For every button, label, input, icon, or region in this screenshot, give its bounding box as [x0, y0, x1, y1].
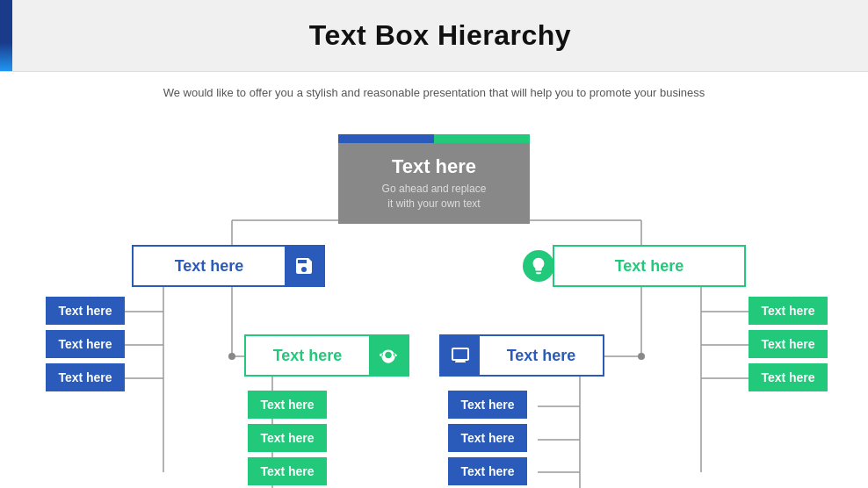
center-left-leaf-1: Text here — [248, 391, 327, 419]
center-left-leaf-2: Text here — [248, 424, 327, 452]
l2-center-right-label: Text here — [480, 347, 603, 365]
svg-point-27 — [638, 353, 645, 360]
l2-center-left-icon-box — [369, 336, 408, 375]
root-subtitle: Go ahead and replaceit with your own tex… — [347, 182, 521, 212]
left-leaf-2: Text here — [46, 330, 125, 358]
root-title: Text here — [347, 155, 521, 178]
left-leaf-3: Text here — [46, 363, 125, 391]
svg-point-26 — [228, 353, 235, 360]
glasses-icon — [377, 344, 400, 367]
l1-left-label: Text here — [134, 257, 285, 276]
l2-center-right-icon-box — [441, 336, 480, 375]
root-body: Text here Go ahead and replaceit with yo… — [338, 143, 530, 224]
root-top-bar — [338, 134, 530, 143]
root-top-green — [434, 134, 530, 143]
center-right-leaf-2: Text here — [448, 424, 527, 452]
l2-center-left-label: Text here — [246, 347, 369, 365]
page-header: Text Box Hierarchy — [0, 0, 868, 72]
l1-right-node-wrapper: Text here — [523, 245, 746, 287]
page-subtitle: We would like to offer you a stylish and… — [0, 72, 868, 108]
l1-right-node: Text here — [553, 245, 746, 287]
l1-right-icon-circle — [523, 250, 554, 282]
l2-center-right-node: Text here — [439, 334, 604, 377]
left-leaf-1: Text here — [46, 297, 125, 325]
l1-right-label: Text here — [554, 257, 744, 276]
l1-left-icon-box — [285, 247, 323, 285]
l1-left-node: Text here — [132, 245, 325, 287]
root-top-blue — [338, 134, 434, 143]
floppy-disk-icon — [293, 255, 315, 276]
right-leaf-3: Text here — [749, 363, 828, 391]
page-title: Text Box Hierarchy — [309, 19, 571, 52]
right-leaf-1: Text here — [749, 297, 828, 325]
header-accent-bar — [0, 0, 12, 71]
center-right-leaf-3: Text here — [448, 457, 527, 485]
header-title-area: Text Box Hierarchy — [12, 0, 868, 71]
right-leaf-2: Text here — [749, 330, 828, 358]
hierarchy-diagram: Text here Go ahead and replaceit with yo… — [0, 108, 868, 488]
monitor-icon — [450, 345, 471, 366]
l2-center-left-node: Text here — [244, 334, 409, 377]
lightbulb-icon — [529, 256, 548, 276]
center-left-leaf-3: Text here — [248, 457, 327, 485]
root-node: Text here Go ahead and replaceit with yo… — [338, 134, 530, 224]
center-right-leaf-1: Text here — [448, 391, 527, 419]
